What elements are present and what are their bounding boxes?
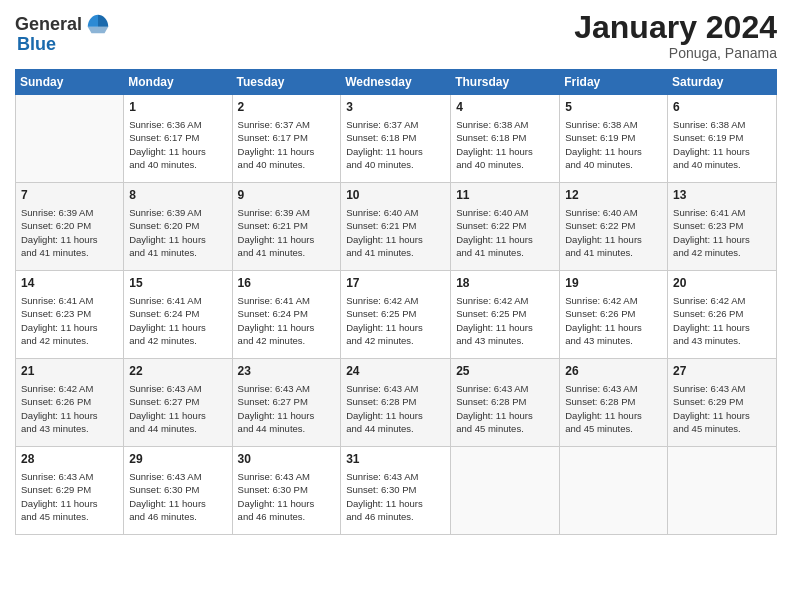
table-row: 2Sunrise: 6:37 AMSunset: 6:17 PMDaylight… [232, 95, 341, 183]
cell-info: Sunrise: 6:39 AMSunset: 6:21 PMDaylight:… [238, 206, 336, 259]
cell-info: Sunrise: 6:41 AMSunset: 6:23 PMDaylight:… [21, 294, 118, 347]
cell-info: Sunrise: 6:37 AMSunset: 6:17 PMDaylight:… [238, 118, 336, 171]
day-number: 19 [565, 275, 662, 292]
table-row: 13Sunrise: 6:41 AMSunset: 6:23 PMDayligh… [668, 183, 777, 271]
table-row: 28Sunrise: 6:43 AMSunset: 6:29 PMDayligh… [16, 447, 124, 535]
title-block: January 2024 Ponuga, Panama [574, 10, 777, 61]
table-row: 10Sunrise: 6:40 AMSunset: 6:21 PMDayligh… [341, 183, 451, 271]
header-row: Sunday Monday Tuesday Wednesday Thursday… [16, 70, 777, 95]
table-row: 21Sunrise: 6:42 AMSunset: 6:26 PMDayligh… [16, 359, 124, 447]
table-row: 26Sunrise: 6:43 AMSunset: 6:28 PMDayligh… [560, 359, 668, 447]
cell-info: Sunrise: 6:38 AMSunset: 6:18 PMDaylight:… [456, 118, 554, 171]
col-sunday: Sunday [16, 70, 124, 95]
day-number: 4 [456, 99, 554, 116]
table-row: 9Sunrise: 6:39 AMSunset: 6:21 PMDaylight… [232, 183, 341, 271]
cell-info: Sunrise: 6:42 AMSunset: 6:26 PMDaylight:… [565, 294, 662, 347]
table-row: 8Sunrise: 6:39 AMSunset: 6:20 PMDaylight… [124, 183, 232, 271]
calendar-week-row: 14Sunrise: 6:41 AMSunset: 6:23 PMDayligh… [16, 271, 777, 359]
table-row: 14Sunrise: 6:41 AMSunset: 6:23 PMDayligh… [16, 271, 124, 359]
day-number: 20 [673, 275, 771, 292]
cell-info: Sunrise: 6:41 AMSunset: 6:24 PMDaylight:… [129, 294, 226, 347]
cell-info: Sunrise: 6:43 AMSunset: 6:28 PMDaylight:… [346, 382, 445, 435]
day-number: 10 [346, 187, 445, 204]
col-friday: Friday [560, 70, 668, 95]
calendar-week-row: 28Sunrise: 6:43 AMSunset: 6:29 PMDayligh… [16, 447, 777, 535]
cell-info: Sunrise: 6:40 AMSunset: 6:22 PMDaylight:… [565, 206, 662, 259]
day-number: 2 [238, 99, 336, 116]
day-number: 28 [21, 451, 118, 468]
table-row: 29Sunrise: 6:43 AMSunset: 6:30 PMDayligh… [124, 447, 232, 535]
logo-icon [84, 10, 112, 38]
table-row: 7Sunrise: 6:39 AMSunset: 6:20 PMDaylight… [16, 183, 124, 271]
cell-info: Sunrise: 6:43 AMSunset: 6:28 PMDaylight:… [456, 382, 554, 435]
table-row: 11Sunrise: 6:40 AMSunset: 6:22 PMDayligh… [451, 183, 560, 271]
day-number: 22 [129, 363, 226, 380]
day-number: 3 [346, 99, 445, 116]
cell-info: Sunrise: 6:41 AMSunset: 6:23 PMDaylight:… [673, 206, 771, 259]
day-number: 30 [238, 451, 336, 468]
table-row: 19Sunrise: 6:42 AMSunset: 6:26 PMDayligh… [560, 271, 668, 359]
day-number: 8 [129, 187, 226, 204]
table-row: 23Sunrise: 6:43 AMSunset: 6:27 PMDayligh… [232, 359, 341, 447]
col-monday: Monday [124, 70, 232, 95]
header: General Blue January 2024 Ponuga, Panama [15, 10, 777, 61]
cell-info: Sunrise: 6:38 AMSunset: 6:19 PMDaylight:… [673, 118, 771, 171]
day-number: 12 [565, 187, 662, 204]
table-row: 24Sunrise: 6:43 AMSunset: 6:28 PMDayligh… [341, 359, 451, 447]
cell-info: Sunrise: 6:40 AMSunset: 6:21 PMDaylight:… [346, 206, 445, 259]
day-number: 16 [238, 275, 336, 292]
location: Ponuga, Panama [574, 45, 777, 61]
cell-info: Sunrise: 6:42 AMSunset: 6:26 PMDaylight:… [21, 382, 118, 435]
table-row: 12Sunrise: 6:40 AMSunset: 6:22 PMDayligh… [560, 183, 668, 271]
table-row: 6Sunrise: 6:38 AMSunset: 6:19 PMDaylight… [668, 95, 777, 183]
table-row: 30Sunrise: 6:43 AMSunset: 6:30 PMDayligh… [232, 447, 341, 535]
day-number: 14 [21, 275, 118, 292]
cell-info: Sunrise: 6:36 AMSunset: 6:17 PMDaylight:… [129, 118, 226, 171]
cell-info: Sunrise: 6:43 AMSunset: 6:29 PMDaylight:… [21, 470, 118, 523]
day-number: 15 [129, 275, 226, 292]
day-number: 23 [238, 363, 336, 380]
table-row: 15Sunrise: 6:41 AMSunset: 6:24 PMDayligh… [124, 271, 232, 359]
day-number: 11 [456, 187, 554, 204]
calendar-week-row: 7Sunrise: 6:39 AMSunset: 6:20 PMDaylight… [16, 183, 777, 271]
day-number: 5 [565, 99, 662, 116]
cell-info: Sunrise: 6:39 AMSunset: 6:20 PMDaylight:… [129, 206, 226, 259]
table-row: 16Sunrise: 6:41 AMSunset: 6:24 PMDayligh… [232, 271, 341, 359]
cell-info: Sunrise: 6:42 AMSunset: 6:25 PMDaylight:… [456, 294, 554, 347]
col-thursday: Thursday [451, 70, 560, 95]
table-row: 31Sunrise: 6:43 AMSunset: 6:30 PMDayligh… [341, 447, 451, 535]
table-row [560, 447, 668, 535]
day-number: 9 [238, 187, 336, 204]
day-number: 7 [21, 187, 118, 204]
cell-info: Sunrise: 6:42 AMSunset: 6:25 PMDaylight:… [346, 294, 445, 347]
table-row: 4Sunrise: 6:38 AMSunset: 6:18 PMDaylight… [451, 95, 560, 183]
col-tuesday: Tuesday [232, 70, 341, 95]
cell-info: Sunrise: 6:40 AMSunset: 6:22 PMDaylight:… [456, 206, 554, 259]
cell-info: Sunrise: 6:43 AMSunset: 6:30 PMDaylight:… [129, 470, 226, 523]
table-row: 17Sunrise: 6:42 AMSunset: 6:25 PMDayligh… [341, 271, 451, 359]
col-saturday: Saturday [668, 70, 777, 95]
day-number: 25 [456, 363, 554, 380]
table-row: 3Sunrise: 6:37 AMSunset: 6:18 PMDaylight… [341, 95, 451, 183]
logo-blue-text: Blue [17, 34, 56, 55]
table-row: 22Sunrise: 6:43 AMSunset: 6:27 PMDayligh… [124, 359, 232, 447]
table-row: 1Sunrise: 6:36 AMSunset: 6:17 PMDaylight… [124, 95, 232, 183]
cell-info: Sunrise: 6:43 AMSunset: 6:27 PMDaylight:… [129, 382, 226, 435]
day-number: 6 [673, 99, 771, 116]
logo-general-text: General [15, 14, 82, 35]
table-row: 20Sunrise: 6:42 AMSunset: 6:26 PMDayligh… [668, 271, 777, 359]
day-number: 29 [129, 451, 226, 468]
table-row [451, 447, 560, 535]
day-number: 31 [346, 451, 445, 468]
page: General Blue January 2024 Ponuga, Panama… [0, 0, 792, 612]
cell-info: Sunrise: 6:43 AMSunset: 6:27 PMDaylight:… [238, 382, 336, 435]
calendar-table: Sunday Monday Tuesday Wednesday Thursday… [15, 69, 777, 535]
day-number: 21 [21, 363, 118, 380]
cell-info: Sunrise: 6:39 AMSunset: 6:20 PMDaylight:… [21, 206, 118, 259]
cell-info: Sunrise: 6:42 AMSunset: 6:26 PMDaylight:… [673, 294, 771, 347]
cell-info: Sunrise: 6:43 AMSunset: 6:28 PMDaylight:… [565, 382, 662, 435]
day-number: 18 [456, 275, 554, 292]
table-row: 27Sunrise: 6:43 AMSunset: 6:29 PMDayligh… [668, 359, 777, 447]
month-title: January 2024 [574, 10, 777, 45]
table-row [668, 447, 777, 535]
